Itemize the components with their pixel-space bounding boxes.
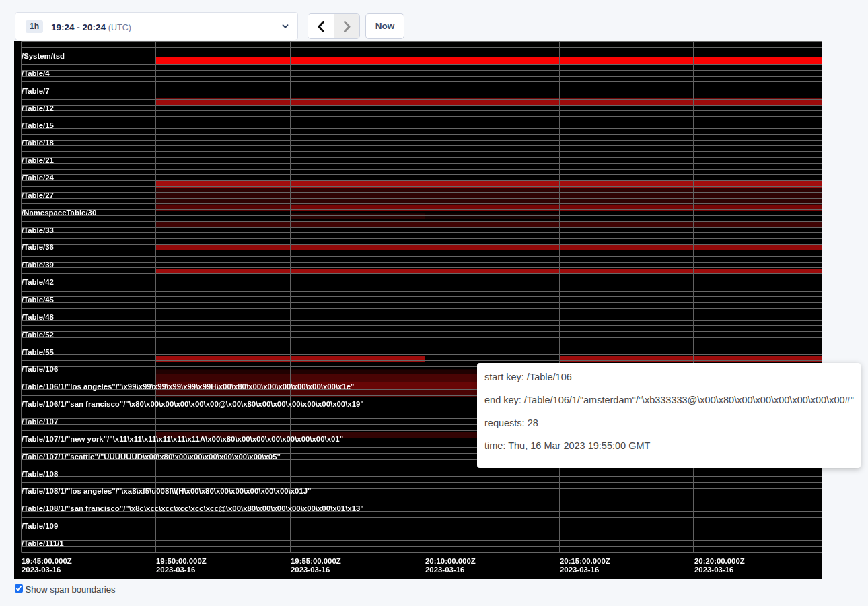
svg-text:/Table/48: /Table/48 — [22, 313, 54, 321]
svg-text:/Table/106: /Table/106 — [22, 365, 58, 373]
svg-text:2023-03-16: 2023-03-16 — [560, 566, 599, 574]
svg-text:/Table/45: /Table/45 — [22, 296, 55, 304]
svg-text:/Table/7: /Table/7 — [22, 87, 50, 95]
svg-text:/Table/107/1/"new york"/"\x11\: /Table/107/1/"new york"/"\x11\x11\x11\x1… — [22, 435, 343, 443]
svg-text:/Table/111/1: /Table/111/1 — [22, 539, 64, 547]
svg-text:/Table/107: /Table/107 — [22, 417, 58, 426]
svg-text:/Table/108/1/"los angeles"/"\x: /Table/108/1/"los angeles"/"\xa8\xf5\u00… — [22, 487, 311, 495]
svg-text:19:50:00.000Z: 19:50:00.000Z — [156, 557, 207, 565]
svg-text:2023-03-16: 2023-03-16 — [156, 566, 195, 574]
svg-text:/Table/108/1/"san francisco"/": /Table/108/1/"san francisco"/"\x8c\xcc\x… — [22, 504, 364, 512]
svg-text:/Table/12: /Table/12 — [22, 104, 54, 112]
svg-text:2023-03-16: 2023-03-16 — [291, 566, 330, 574]
svg-text:19:55:00.000Z: 19:55:00.000Z — [291, 557, 341, 565]
svg-text:/Table/106/1/"los angeles"/"\x: /Table/106/1/"los angeles"/"\x99\x99\x99… — [22, 382, 354, 391]
svg-text:/Table/39: /Table/39 — [22, 261, 54, 269]
svg-text:/Table/24: /Table/24 — [22, 174, 55, 182]
svg-text:20:20:00.000Z: 20:20:00.000Z — [694, 557, 745, 565]
svg-text:/Table/36: /Table/36 — [22, 243, 54, 251]
svg-text:/System/tsd: /System/tsd — [22, 52, 65, 60]
svg-text:2023-03-16: 2023-03-16 — [425, 566, 464, 574]
svg-text:20:10:00.000Z: 20:10:00.000Z — [425, 557, 476, 565]
svg-text:/Table/18: /Table/18 — [22, 139, 54, 147]
svg-text:/Table/108: /Table/108 — [22, 470, 58, 478]
svg-text:/Table/27: /Table/27 — [22, 191, 54, 199]
svg-text:/Table/21: /Table/21 — [22, 156, 55, 164]
svg-text:/Table/42: /Table/42 — [22, 278, 54, 286]
svg-text:/Table/52: /Table/52 — [22, 331, 54, 339]
svg-text:/Table/109: /Table/109 — [22, 522, 58, 530]
svg-text:/Table/55: /Table/55 — [22, 348, 55, 356]
svg-text:20:15:00.000Z: 20:15:00.000Z — [560, 557, 610, 565]
svg-text:/Table/106/1/"san francisco"/": /Table/106/1/"san francisco"/"\x80\x00\x… — [22, 400, 364, 408]
svg-text:/NamespaceTable/30: /NamespaceTable/30 — [22, 209, 96, 217]
svg-text:2023-03-16: 2023-03-16 — [694, 566, 733, 574]
svg-text:/Table/15: /Table/15 — [22, 121, 55, 129]
svg-text:/Table/107/1/"seattle"/"UUUUUU: /Table/107/1/"seattle"/"UUUUUUD\x00\x80\… — [22, 452, 281, 461]
svg-text:2023-03-16: 2023-03-16 — [22, 566, 61, 574]
svg-text:/Table/33: /Table/33 — [22, 226, 54, 234]
svg-text:19:45:00.000Z: 19:45:00.000Z — [22, 557, 72, 565]
svg-text:/Table/4: /Table/4 — [22, 69, 50, 77]
